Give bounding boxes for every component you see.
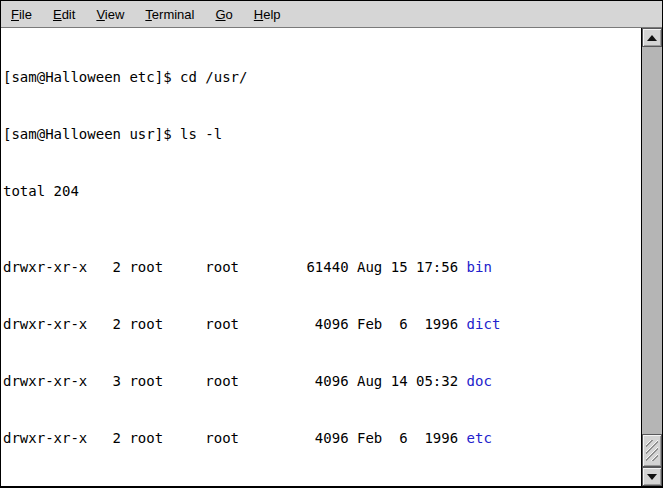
scroll-down-button[interactable] xyxy=(642,467,662,486)
scrollbar-grip-icon xyxy=(646,440,658,461)
row-details: drwxr-xr-x 3 root root 4096 Aug 14 05:32 xyxy=(3,373,467,389)
terminal-line-command: [sam@Halloween etc]$ cd /usr/ xyxy=(3,68,641,87)
listing-row: drwxr-xr-x 2 root root 4096 Feb 6 1996 e… xyxy=(3,429,641,448)
menu-item-edit[interactable]: Edit xyxy=(53,7,75,22)
scroll-up-button[interactable] xyxy=(642,28,662,47)
terminal-window: File Edit View Terminal Go Help [sam@Hal… xyxy=(0,0,663,488)
terminal-line-total: total 204 xyxy=(3,182,641,201)
scroll-up-icon xyxy=(647,35,657,41)
row-details: drwxr-xr-x 2 root root 61440 Aug 15 17:5… xyxy=(3,259,467,275)
menu-item-view[interactable]: View xyxy=(96,7,124,22)
listing-row: drwxr-xr-x 2 root root 4096 Feb 6 1996 d… xyxy=(3,315,641,334)
terminal-line-command: [sam@Halloween usr]$ ls -l xyxy=(3,125,641,144)
scrollbar-thumb[interactable] xyxy=(642,434,662,467)
menu-item-go[interactable]: Go xyxy=(215,7,232,22)
listing-row: drwxr-xr-x 2 root root 61440 Aug 15 17:5… xyxy=(3,258,641,277)
row-details: drwxr-xr-x 2 root root 4096 Feb 6 1996 xyxy=(3,316,467,332)
terminal-viewport[interactable]: [sam@Halloween etc]$ cd /usr/ [sam@Hallo… xyxy=(1,28,642,486)
directory-name: etc xyxy=(467,430,492,446)
scroll-down-icon xyxy=(647,474,657,480)
menu-item-terminal[interactable]: Terminal xyxy=(145,7,194,22)
directory-name: bin xyxy=(467,259,492,275)
menu-item-file[interactable]: File xyxy=(11,7,32,22)
scrollbar xyxy=(642,28,662,486)
directory-name: doc xyxy=(467,373,492,389)
scrollbar-trough[interactable] xyxy=(642,47,662,467)
menu-item-help[interactable]: Help xyxy=(254,7,281,22)
listing-row: drwxr-xr-x 3 root root 4096 Aug 14 05:32… xyxy=(3,372,641,391)
row-details: drwxr-xr-x 2 root root 4096 Feb 6 1996 xyxy=(3,430,467,446)
directory-name: dict xyxy=(467,316,501,332)
menu-bar: File Edit View Terminal Go Help xyxy=(1,1,662,28)
